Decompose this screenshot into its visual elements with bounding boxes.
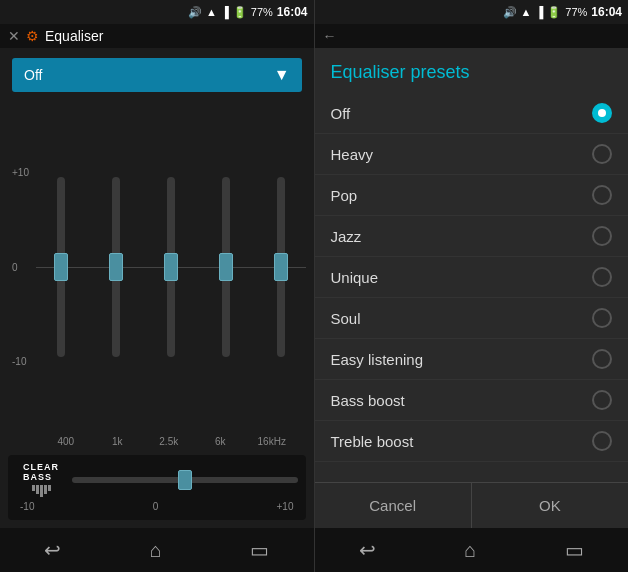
bar-3 <box>40 485 43 497</box>
battery-percent-left: 77% <box>251 6 273 18</box>
radio-button[interactable] <box>592 431 612 451</box>
clear-bass-scale: -10 0 +10 <box>16 501 298 512</box>
list-item[interactable]: Treble boost <box>315 421 629 462</box>
clear-bass-bars <box>32 485 51 497</box>
bar-5 <box>48 485 51 491</box>
recent-button-right[interactable]: ▭ <box>565 538 584 562</box>
preset-dropdown[interactable]: Off ▼ <box>12 58 302 92</box>
dialog-buttons: Cancel OK <box>315 482 629 528</box>
time-left: 16:04 <box>277 5 308 19</box>
list-item[interactable]: Pop <box>315 175 629 216</box>
presets-panel: 🔊 ▲ ▐ 🔋 77% 16:04 ← Equaliser presets Of… <box>315 0 629 572</box>
freq-400: 400 <box>40 436 92 447</box>
signal-icon-r: ▐ <box>535 6 543 18</box>
scale-top: +10 <box>12 167 32 178</box>
settings-icon: ⚙ <box>26 28 39 44</box>
eq-sliders <box>36 167 306 367</box>
preset-name: Unique <box>331 269 593 286</box>
cb-zero: 0 <box>153 501 159 512</box>
presets-list: OffHeavyPopJazzUniqueSoulEasy listeningB… <box>315 93 629 482</box>
list-item[interactable]: Easy listening <box>315 339 629 380</box>
list-item[interactable]: Jazz <box>315 216 629 257</box>
radio-button[interactable] <box>592 226 612 246</box>
list-item[interactable]: Soul <box>315 298 629 339</box>
status-bar-right: 🔊 ▲ ▐ 🔋 77% 16:04 <box>315 0 629 24</box>
scale-bottom: -10 <box>12 356 32 367</box>
battery-icon: 🔋 <box>233 6 247 19</box>
clear-bass-slider-row <box>72 477 298 483</box>
eq-scale: +10 0 -10 <box>8 167 36 367</box>
clear-bass-slider[interactable] <box>72 477 298 483</box>
battery-icon-r: 🔋 <box>547 6 561 19</box>
volume-icon: 🔊 <box>188 6 202 19</box>
battery-percent-right: 77% <box>565 6 587 18</box>
list-item[interactable]: Heavy <box>315 134 629 175</box>
clear-bass-header: CLEARBASS <box>16 463 298 497</box>
preset-name: Jazz <box>331 228 593 245</box>
radio-button[interactable] <box>592 144 612 164</box>
freq-16k: 16kHz <box>246 436 298 447</box>
recent-button-left[interactable]: ▭ <box>250 538 269 562</box>
eq-slider-6khz[interactable] <box>222 177 230 357</box>
time-right: 16:04 <box>591 5 622 19</box>
close-icon[interactable]: ✕ <box>8 28 20 44</box>
wifi-icon: ▲ <box>206 6 217 18</box>
eq-slider-2500hz[interactable] <box>167 177 175 357</box>
preset-name: Soul <box>331 310 593 327</box>
status-bar-left: 🔊 ▲ ▐ 🔋 77% 16:04 <box>0 0 314 24</box>
volume-icon-r: 🔊 <box>503 6 517 19</box>
presets-header: ← <box>315 24 629 48</box>
nav-bar-left: ↩ ⌂ ▭ <box>0 528 314 572</box>
preset-name: Pop <box>331 187 593 204</box>
freq-6k: 6k <box>195 436 247 447</box>
ok-button[interactable]: OK <box>471 483 628 528</box>
preset-name: Off <box>331 105 593 122</box>
equaliser-header: ✕ ⚙ Equaliser <box>0 24 314 48</box>
freq-2k5: 2.5k <box>143 436 195 447</box>
radio-button[interactable] <box>592 267 612 287</box>
freq-1k: 1k <box>92 436 144 447</box>
preset-name: Easy listening <box>331 351 593 368</box>
home-button-right[interactable]: ⌂ <box>464 539 476 562</box>
freq-labels: 400 1k 2.5k 6k 16kHz <box>8 432 306 451</box>
sliders-container: +10 0 -10 <box>8 102 306 432</box>
preset-name: Heavy <box>331 146 593 163</box>
preset-name: Treble boost <box>331 433 593 450</box>
back-button-left[interactable]: ↩ <box>44 538 61 562</box>
bar-2 <box>36 485 39 494</box>
radio-button[interactable] <box>592 349 612 369</box>
eq-slider-16khz[interactable] <box>277 177 285 357</box>
presets-title: Equaliser presets <box>315 48 629 93</box>
bar-4 <box>44 485 47 494</box>
back-button-right[interactable]: ↩ <box>359 538 376 562</box>
scale-zero: 0 <box>12 262 32 273</box>
dropdown-value: Off <box>24 67 42 83</box>
eq-area: +10 0 -10 <box>0 102 314 451</box>
clear-bass-logo: CLEARBASS <box>16 463 66 497</box>
chevron-down-icon: ▼ <box>274 66 290 84</box>
eq-slider-400hz[interactable] <box>57 177 65 357</box>
list-item[interactable]: Off <box>315 93 629 134</box>
home-button-left[interactable]: ⌂ <box>150 539 162 562</box>
back-icon[interactable]: ← <box>323 28 337 44</box>
equaliser-panel: 🔊 ▲ ▐ 🔋 77% 16:04 ✕ ⚙ Equaliser Off ▼ +1… <box>0 0 315 572</box>
preset-name: Bass boost <box>331 392 593 409</box>
bar-1 <box>32 485 35 491</box>
equaliser-title: Equaliser <box>45 28 103 44</box>
signal-icon: ▐ <box>221 6 229 18</box>
clear-bass-label: CLEARBASS <box>23 463 59 483</box>
list-item[interactable]: Bass boost <box>315 380 629 421</box>
list-item[interactable]: Unique <box>315 257 629 298</box>
radio-button[interactable] <box>592 103 612 123</box>
cb-max: +10 <box>277 501 294 512</box>
radio-button[interactable] <box>592 308 612 328</box>
radio-button[interactable] <box>592 390 612 410</box>
cb-min: -10 <box>20 501 34 512</box>
radio-button[interactable] <box>592 185 612 205</box>
nav-bar-right: ↩ ⌂ ▭ <box>315 528 629 572</box>
cancel-button[interactable]: Cancel <box>315 483 471 528</box>
wifi-icon-r: ▲ <box>521 6 532 18</box>
eq-slider-1khz[interactable] <box>112 177 120 357</box>
clear-bass-section: CLEARBASS -10 0 +10 <box>8 455 306 520</box>
